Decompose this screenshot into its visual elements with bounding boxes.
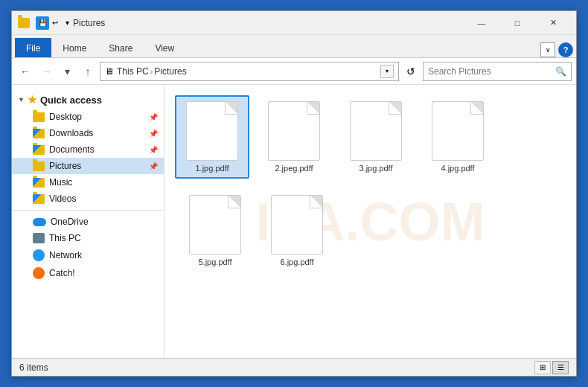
nav-bar: ← → ▾ ↑ 🖥 This PC › Pictures ▾ ↺ 🔍 [12, 58, 576, 85]
back-button[interactable]: ← [16, 63, 34, 80]
sidebar-item-thispc-label: This PC [49, 233, 81, 243]
videos-folder-icon [33, 194, 45, 204]
file-item-5[interactable]: 6.jpg.pdff [260, 189, 334, 272]
file-icon-4 [189, 195, 241, 255]
sidebar-item-music[interactable]: Music [12, 174, 164, 191]
search-box[interactable]: 🔍 [423, 62, 572, 81]
sidebar-item-music-label: Music [49, 177, 72, 188]
quick-access-label: Quick access [40, 95, 102, 106]
pictures-folder-icon [33, 161, 45, 171]
main-content: ▼ ★ Quick access Desktop 📌 Downloads 📌 D… [12, 85, 576, 358]
sidebar-item-onedrive[interactable]: OneDrive [12, 214, 164, 230]
tab-share[interactable]: Share [98, 38, 144, 57]
refresh-button[interactable]: ↺ [402, 63, 420, 80]
quick-access-header[interactable]: ▼ ★ Quick access [12, 91, 164, 109]
ribbon-collapse-button[interactable]: ∨ [540, 42, 555, 57]
files-row-2: 5.jpg.pdff 6.jpg.pdff [175, 186, 566, 275]
title-bar-icons [18, 18, 30, 28]
path-part-pictures[interactable]: Pictures [154, 66, 186, 77]
file-item-0[interactable]: 1.jpg.pdff [175, 95, 249, 179]
title-bar: 💾 ↩ ▾ Pictures — □ ✕ [12, 11, 576, 35]
file-label-3: 4.jpg.pdff [441, 164, 474, 173]
tab-file[interactable]: File [15, 38, 51, 57]
files-grid: 1.jpg.pdff 2.jpeg.pdff 3.jpg.pdff 4.jpg.… [172, 92, 569, 278]
sidebar-item-thispc[interactable]: This PC [12, 230, 164, 246]
sidebar-item-pictures[interactable]: Pictures 📌 [12, 158, 164, 174]
tab-home[interactable]: Home [51, 38, 98, 57]
tab-view[interactable]: View [144, 38, 185, 57]
file-icon-3 [432, 101, 484, 161]
thispc-icon [33, 233, 45, 243]
status-count: 6 items [19, 362, 48, 373]
network-icon [33, 249, 45, 261]
file-label-5: 6.jpg.pdff [280, 258, 313, 266]
quick-access-star-icon: ★ [28, 94, 37, 106]
sidebar-item-downloads-label: Downloads [49, 128, 93, 138]
address-path: This PC › Pictures [117, 66, 377, 77]
pin-icon-desktop: 📌 [149, 113, 158, 121]
sidebar-item-network-label: Network [49, 250, 82, 260]
window-folder-icon [18, 18, 30, 28]
large-icons-view-button[interactable]: ⊞ [534, 361, 551, 374]
file-area[interactable]: ISA.COM 1.jpg.pdff 2.jpeg.pdff 3.jpg.pdf… [164, 85, 576, 358]
address-dropdown-button[interactable]: ▾ [380, 65, 394, 78]
recent-locations-button[interactable]: ▾ [58, 63, 76, 80]
sidebar-item-documents-label: Documents [49, 144, 95, 155]
view-buttons: ⊞ ☰ [534, 361, 569, 374]
maximize-button[interactable]: □ [500, 12, 534, 34]
file-item-1[interactable]: 2.jpeg.pdff [257, 95, 331, 179]
ribbon-tabs: File Home Share View ∨ ? [12, 35, 576, 57]
file-label-4: 5.jpg.pdff [198, 258, 231, 266]
quick-access-chevron: ▼ [18, 96, 25, 103]
desktop-folder-icon [33, 112, 45, 122]
qat-save-btn[interactable]: 💾 [36, 16, 49, 30]
sidebar-item-documents[interactable]: Documents 📌 [12, 141, 164, 158]
documents-folder-icon [33, 145, 45, 155]
forward-button[interactable]: → [37, 63, 55, 80]
details-view-button[interactable]: ☰ [552, 361, 569, 374]
qat-dropdown-btn[interactable]: ▾ [61, 17, 73, 29]
downloads-folder-icon [33, 129, 45, 138]
pin-icon-pictures: 📌 [149, 162, 158, 170]
file-explorer-window: 💾 ↩ ▾ Pictures — □ ✕ File Home Share Vie… [11, 10, 577, 377]
window-controls: — □ ✕ [464, 12, 570, 34]
sidebar-item-desktop[interactable]: Desktop 📌 [12, 109, 164, 125]
sidebar-item-desktop-label: Desktop [49, 112, 82, 122]
file-item-4[interactable]: 5.jpg.pdff [178, 189, 252, 272]
search-input[interactable] [428, 66, 555, 77]
status-bar: 6 items ⊞ ☰ [12, 358, 576, 376]
path-part-thispc[interactable]: This PC [117, 66, 149, 77]
ribbon: File Home Share View ∨ ? [12, 35, 576, 58]
sidebar-item-downloads[interactable]: Downloads 📌 [12, 125, 164, 141]
minimize-button[interactable]: — [464, 12, 499, 34]
sidebar-divider-1 [12, 210, 164, 211]
up-button[interactable]: ↑ [79, 63, 97, 80]
path-separator: › [150, 67, 153, 76]
file-icon-2 [350, 101, 402, 161]
ribbon-help: ∨ ? [540, 42, 573, 57]
sidebar-item-catch[interactable]: Catch! [12, 264, 164, 282]
help-button[interactable]: ? [558, 42, 573, 57]
file-item-2[interactable]: 3.jpg.pdff [339, 95, 413, 179]
window-title: Pictures [73, 18, 464, 28]
address-bar[interactable]: 🖥 This PC › Pictures ▾ [100, 62, 399, 81]
sidebar: ▼ ★ Quick access Desktop 📌 Downloads 📌 D… [12, 85, 164, 358]
sidebar-item-onedrive-label: OneDrive [51, 217, 89, 227]
onedrive-icon [33, 218, 46, 226]
file-label-2: 3.jpg.pdff [359, 164, 392, 173]
sidebar-item-catch-label: Catch! [49, 268, 75, 278]
sidebar-item-videos-label: Videos [49, 194, 76, 204]
pin-icon-documents: 📌 [149, 146, 158, 154]
music-folder-icon [33, 178, 45, 188]
search-icon[interactable]: 🔍 [555, 66, 566, 77]
catch-icon [33, 267, 45, 279]
file-item-3[interactable]: 4.jpg.pdff [421, 95, 495, 179]
pin-icon-downloads: 📌 [149, 129, 158, 138]
close-button[interactable]: ✕ [536, 12, 570, 34]
file-label-1: 2.jpeg.pdff [275, 164, 313, 173]
file-label-0: 1.jpg.pdff [195, 164, 229, 173]
qat-undo-btn[interactable]: ↩ [49, 17, 61, 29]
sidebar-item-videos[interactable]: Videos [12, 191, 164, 207]
address-home-icon: 🖥 [105, 66, 114, 77]
sidebar-item-network[interactable]: Network [12, 246, 164, 264]
